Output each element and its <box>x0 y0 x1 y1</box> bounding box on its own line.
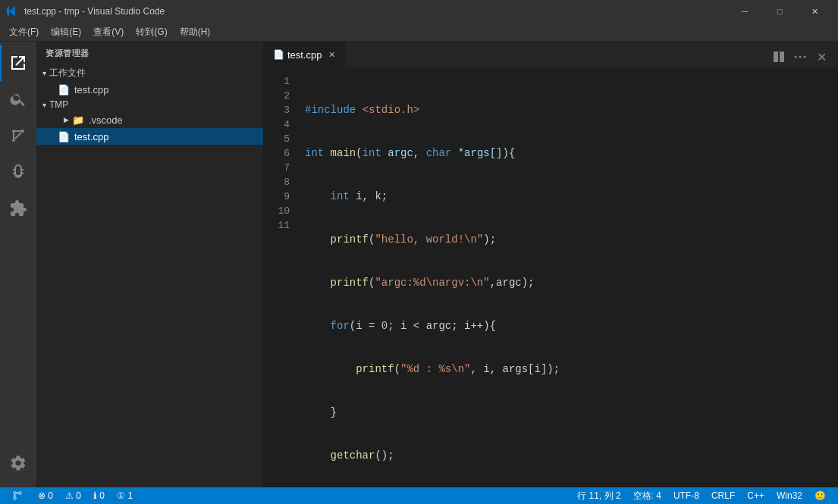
tab-label: test.cpp <box>287 49 322 61</box>
sidebar: 资源管理器 ▾ 工作文件 📄 test.cpp ▾ TMP ▶ 📁 .vscod… <box>36 42 264 487</box>
file-icon: 📄 <box>58 84 70 95</box>
split-editor-button[interactable] <box>768 46 789 67</box>
more-actions-button[interactable] <box>789 46 811 67</box>
status-errors[interactable]: ⊗ 0 <box>32 487 59 504</box>
svg-point-1 <box>21 130 24 133</box>
code-line-7: printf("%d : %s\n", i, args[i]); <box>302 362 827 377</box>
sidebar-header: 资源管理器 <box>36 42 263 65</box>
section-tmp[interactable]: ▾ TMP <box>36 98 263 111</box>
svg-point-2 <box>12 130 15 133</box>
activity-explorer[interactable] <box>0 45 36 81</box>
status-language[interactable]: C++ <box>741 487 771 504</box>
status-spaces[interactable]: 空格: 4 <box>627 487 667 504</box>
status-git[interactable] <box>6 487 32 504</box>
tab-file-icon: 📄 <box>273 49 284 60</box>
chevron-down-icon: ▾ <box>42 69 46 77</box>
folder-vscode-name: .vscode <box>89 114 123 126</box>
cpp-file-icon: 📄 <box>58 131 70 142</box>
editor-area: 📄 test.cpp ✕ ✕ <box>264 42 838 487</box>
maximize-button[interactable]: □ <box>762 0 797 23</box>
code-editor[interactable]: 1 2 3 4 5 6 7 8 9 10 11 #include <stdio.… <box>264 68 838 487</box>
close-editor-button[interactable]: ✕ <box>811 46 832 67</box>
app-icon <box>6 5 18 17</box>
status-position[interactable]: 行 11, 列 2 <box>571 487 626 504</box>
svg-point-6 <box>795 56 797 58</box>
chevron-down-icon-2: ▾ <box>42 101 46 109</box>
working-file-test-cpp[interactable]: 📄 test.cpp <box>36 81 263 98</box>
status-encoding[interactable]: UTF-8 <box>667 487 705 504</box>
window-title: test.cpp - tmp - Visual Studio Code <box>24 6 727 17</box>
titlebar: test.cpp - tmp - Visual Studio Code ─ □ … <box>0 0 838 23</box>
code-line-8: } <box>302 405 827 420</box>
code-line-5: printf("argc:%d\nargv:\n",argc); <box>302 276 827 290</box>
svg-point-7 <box>799 56 802 58</box>
status-line-ending[interactable]: CRLF <box>705 487 741 504</box>
activity-scm[interactable] <box>0 117 36 154</box>
status-platform[interactable]: Win32 <box>771 487 808 504</box>
main-layout: 资源管理器 ▾ 工作文件 📄 test.cpp ▾ TMP ▶ 📁 .vscod… <box>0 42 838 487</box>
code-line-3: int i, k; <box>302 189 827 204</box>
scrollbar[interactable] <box>827 68 838 487</box>
section-working-files[interactable]: ▾ 工作文件 <box>36 65 263 81</box>
line-numbers: 1 2 3 4 5 6 7 8 9 10 11 <box>264 68 302 487</box>
menubar: 文件(F) 编辑(E) 查看(V) 转到(G) 帮助(H) <box>0 23 838 42</box>
file-test-cpp-name: test.cpp <box>74 131 109 142</box>
menu-help[interactable]: 帮助(H) <box>174 23 217 41</box>
folder-icon: 📁 <box>72 114 84 126</box>
svg-point-0 <box>12 139 15 142</box>
menu-goto[interactable]: 转到(G) <box>130 23 173 41</box>
editor-tabs: 📄 test.cpp ✕ ✕ <box>264 42 838 68</box>
menu-file[interactable]: 文件(F) <box>3 23 45 41</box>
code-line-2: int main(int argc, char *args[]){ <box>302 146 827 161</box>
tab-test-cpp[interactable]: 📄 test.cpp ✕ <box>264 42 345 67</box>
code-content[interactable]: #include <stdio.h> int main(int argc, ch… <box>302 68 827 487</box>
folder-vscode[interactable]: ▶ 📁 .vscode <box>36 111 263 128</box>
activity-search[interactable] <box>0 81 36 117</box>
section-working-files-label: 工作文件 <box>49 67 86 80</box>
svg-point-11 <box>14 492 17 495</box>
status-hints[interactable]: ① 1 <box>111 487 139 504</box>
code-line-1: #include <stdio.h> <box>302 103 827 117</box>
file-test-cpp[interactable]: 📄 test.cpp <box>36 128 263 145</box>
status-warnings[interactable]: ⚠ 0 <box>59 487 87 504</box>
chevron-right-icon: ▶ <box>64 116 69 124</box>
tab-close-icon[interactable]: ✕ <box>328 50 335 60</box>
svg-point-8 <box>804 56 806 58</box>
activity-settings[interactable] <box>0 445 36 481</box>
status-smiley[interactable]: 🙂 <box>808 487 832 504</box>
svg-point-9 <box>14 497 17 500</box>
svg-line-5 <box>15 133 21 139</box>
code-line-4: printf("hello, world!\n"); <box>302 233 827 247</box>
window-controls: ─ □ ✕ <box>727 0 832 23</box>
editor-tab-actions: ✕ <box>768 46 838 67</box>
activity-bar <box>0 42 36 487</box>
statusbar: ⊗ 0 ⚠ 0 ℹ 0 ① 1 行 11, 列 2 空格: 4 UTF-8 CR… <box>0 487 838 504</box>
menu-edit[interactable]: 编辑(E) <box>45 23 87 41</box>
working-file-name: test.cpp <box>74 84 109 95</box>
close-button[interactable]: ✕ <box>797 0 832 23</box>
svg-point-10 <box>19 492 22 495</box>
code-line-9: getchar(); <box>302 449 827 463</box>
section-tmp-label: TMP <box>49 99 68 110</box>
minimize-button[interactable]: ─ <box>727 0 762 23</box>
activity-extensions[interactable] <box>0 190 36 227</box>
activity-debug[interactable] <box>0 154 36 190</box>
menu-view[interactable]: 查看(V) <box>87 23 130 41</box>
code-line-6: for(i = 0; i < argc; i++){ <box>302 319 827 333</box>
status-info[interactable]: ℹ 0 <box>87 487 111 504</box>
